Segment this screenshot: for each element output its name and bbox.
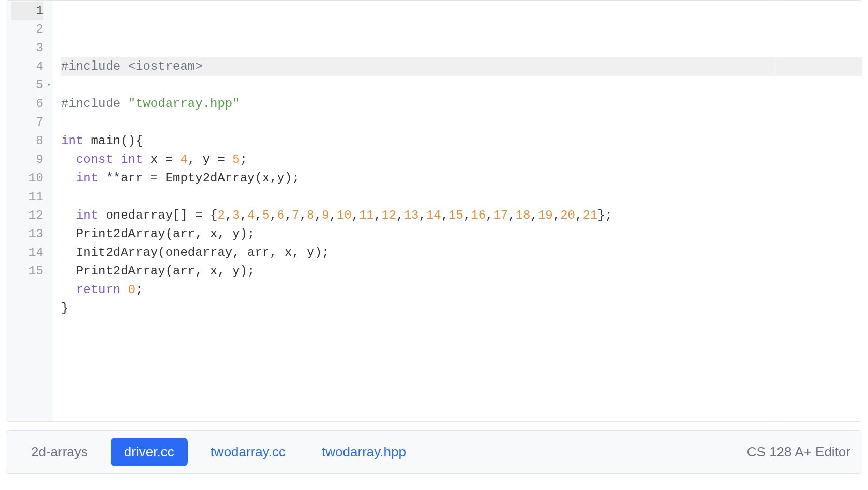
code-token: x = [143, 152, 180, 166]
code-token: , [270, 208, 277, 222]
line-number[interactable]: 9 [11, 150, 43, 169]
code-line[interactable]: #include "twodarray.hpp" [61, 95, 862, 113]
code-token: , y = [188, 152, 232, 166]
code-token: ; [240, 152, 247, 166]
code-token [113, 152, 121, 166]
code-token: const [76, 152, 113, 166]
code-line[interactable]: int onedarray[] = {2,3,4,5,6,7,8,9,10,11… [61, 206, 862, 225]
code-token: , [463, 208, 471, 222]
code-token: 9 [322, 208, 329, 222]
code-editor: 12345▾6789101112131415 #include <iostrea… [6, 0, 862, 422]
code-token: Print2dArray(arr, x, y); [61, 227, 255, 241]
code-line[interactable] [61, 113, 862, 132]
code-token: , [255, 208, 262, 222]
tab-bar: 2d-arrays driver.cctwodarray.cctwodarray… [6, 430, 862, 474]
line-number[interactable]: 1 [11, 2, 43, 20]
line-number[interactable]: 14 [11, 243, 43, 262]
line-number[interactable]: 8 [11, 132, 43, 150]
code-token: , [553, 208, 560, 222]
code-line[interactable]: int **arr = Empty2dArray(x,y); [61, 169, 862, 188]
line-number[interactable]: 10 [11, 169, 43, 188]
code-token: 0 [128, 283, 136, 297]
code-content[interactable]: #include <iostream>#include "twodarray.h… [53, 1, 862, 421]
code-token: Print2dArray(arr, x, y); [61, 264, 255, 278]
code-line[interactable]: return 0; [61, 281, 862, 299]
code-token [121, 283, 128, 297]
code-line[interactable]: } [61, 299, 862, 318]
code-token: main(){ [83, 134, 143, 148]
fold-toggle-icon[interactable]: ▾ [47, 76, 51, 95]
code-token: , [240, 208, 247, 222]
code-token: 5 [262, 208, 270, 222]
code-token: , [508, 208, 515, 222]
line-number[interactable]: 3 [11, 39, 43, 57]
code-token: 4 [247, 208, 255, 222]
code-token: 14 [426, 208, 441, 222]
line-number[interactable]: 7 [11, 113, 43, 132]
code-token: #include [61, 59, 128, 73]
code-token: , [396, 208, 403, 222]
code-line[interactable]: Print2dArray(arr, x, y); [61, 225, 862, 243]
line-number[interactable]: 13 [11, 225, 43, 243]
code-token [61, 208, 76, 222]
line-number-gutter[interactable]: 12345▾6789101112131415 [6, 1, 53, 421]
code-token: 4 [180, 152, 187, 166]
code-line[interactable] [61, 188, 862, 206]
code-token: <iostream> [128, 59, 203, 73]
line-number[interactable]: 4 [11, 57, 43, 76]
code-token: Init2dArray(onedarray, arr, x, y); [61, 246, 329, 259]
code-token: 12 [381, 208, 396, 222]
code-token: return [76, 283, 121, 297]
line-number[interactable]: 2 [11, 20, 43, 39]
code-token: 11 [359, 208, 374, 222]
code-token: 18 [516, 208, 531, 222]
tab-twodarray-cc[interactable]: twodarray.cc [197, 438, 299, 466]
code-token: onedarray[] = { [98, 208, 217, 222]
line-number[interactable]: 5▾ [11, 76, 43, 95]
code-token: ; [136, 283, 143, 297]
code-line[interactable]: int main(){ [61, 132, 862, 150]
code-token: 13 [404, 208, 419, 222]
line-number[interactable]: 6 [11, 95, 43, 113]
code-token: 2 [217, 208, 225, 222]
code-token: 15 [448, 208, 463, 222]
code-token: 19 [538, 208, 553, 222]
code-token: 17 [493, 208, 508, 222]
code-line[interactable] [61, 318, 862, 336]
code-token: 8 [307, 208, 314, 222]
code-token: , [300, 208, 307, 222]
code-token: 21 [582, 208, 597, 222]
editor-brand: CS 128 A+ Editor [747, 444, 850, 460]
code-line[interactable]: Print2dArray(arr, x, y); [61, 262, 862, 281]
code-token: int [76, 208, 98, 222]
code-token: , [330, 208, 337, 222]
code-area[interactable]: 12345▾6789101112131415 #include <iostrea… [6, 1, 862, 421]
code-token: 16 [471, 208, 486, 222]
line-number[interactable]: 15 [11, 262, 43, 281]
code-line[interactable] [61, 76, 862, 95]
code-token: 20 [560, 208, 575, 222]
code-line[interactable]: Init2dArray(onedarray, arr, x, y); [61, 243, 862, 262]
code-token: , [486, 208, 493, 222]
code-token: 3 [232, 208, 240, 222]
code-token: **arr = Empty2dArray(x,y); [98, 171, 300, 185]
code-token: , [418, 208, 426, 222]
tab-driver-cc[interactable]: driver.cc [111, 438, 188, 466]
code-line[interactable]: #include <iostream> [61, 57, 862, 76]
tab-twodarray-hpp[interactable]: twodarray.hpp [308, 438, 420, 466]
code-line[interactable]: const int x = 4, y = 5; [61, 150, 862, 169]
code-token: int [76, 171, 98, 185]
code-token: 6 [277, 208, 285, 222]
code-token: }; [597, 208, 612, 222]
code-token: "twodarray.hpp" [128, 97, 240, 111]
code-token: , [575, 208, 582, 222]
code-token: 7 [292, 208, 300, 222]
code-token: int [61, 134, 83, 148]
code-token: , [285, 208, 292, 222]
line-number[interactable]: 11 [11, 188, 43, 206]
code-token [61, 171, 76, 185]
code-token: , [225, 208, 232, 222]
code-token: 5 [232, 152, 240, 166]
line-number[interactable]: 12 [11, 206, 43, 225]
code-token: #include [61, 97, 128, 111]
